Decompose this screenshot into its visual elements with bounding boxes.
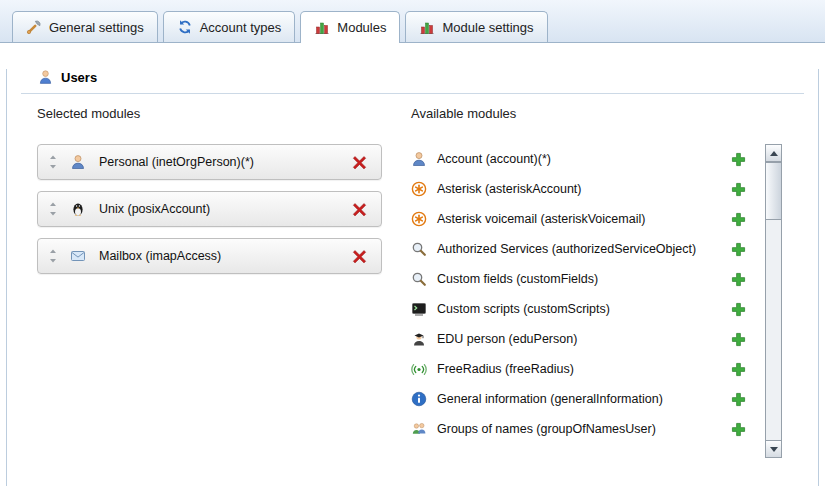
tab-module-settings[interactable]: Module settings: [405, 11, 547, 42]
add-icon: [731, 392, 746, 407]
module-label: Asterisk voicemail (asteriskVoicemail): [437, 212, 645, 226]
penguin-icon: [70, 201, 86, 217]
add-icon: [731, 362, 746, 377]
scrollbar-down-button[interactable]: [766, 440, 781, 457]
add-module-button[interactable]: [731, 392, 746, 407]
tab-bar: General settings Account types Modules M…: [0, 0, 825, 43]
tab-modules[interactable]: Modules: [300, 11, 400, 43]
tools-icon: [26, 19, 42, 35]
add-module-button[interactable]: [731, 182, 746, 197]
drag-handle-icon[interactable]: [48, 248, 58, 264]
selected-module-row[interactable]: Unix (posixAccount): [37, 191, 382, 227]
section-title: Users: [61, 70, 97, 85]
antenna-icon: [411, 361, 427, 377]
remove-module-button[interactable]: [352, 202, 371, 217]
add-icon: [731, 182, 746, 197]
content-panel: Users Selected modules Personal (inetOrg…: [6, 69, 819, 486]
magnifier-icon: [411, 241, 427, 257]
add-module-button[interactable]: [731, 242, 746, 257]
module-label: FreeRadius (freeRadius): [437, 362, 574, 376]
tab-label: Account types: [200, 20, 282, 35]
module-label: Authorized Services (authorizedServiceOb…: [437, 242, 696, 256]
add-module-button[interactable]: [731, 422, 746, 437]
available-module-row: FreeRadius (freeRadius): [411, 354, 746, 384]
delete-icon: [352, 249, 367, 264]
scrollbar[interactable]: [765, 144, 782, 458]
scrollbar-thumb[interactable]: [766, 162, 781, 220]
tab-label: General settings: [49, 20, 144, 35]
add-module-button[interactable]: [731, 152, 746, 167]
available-module-row: Groups of names (groupOfNamesUser): [411, 414, 746, 444]
module-label: Custom scripts (customScripts): [437, 302, 610, 316]
graduate-icon: [411, 331, 427, 347]
magnifier-icon: [411, 271, 427, 287]
section-heading: Users: [37, 69, 818, 85]
scrollbar-up-button[interactable]: [766, 145, 781, 162]
remove-module-button[interactable]: [352, 155, 371, 170]
module-label: Account (account)(*): [437, 152, 551, 166]
down-arrow-icon: [770, 447, 778, 452]
module-label: EDU person (eduPerson): [437, 332, 577, 346]
available-module-row: Account (account)(*): [411, 144, 746, 174]
selected-module-row[interactable]: Personal (inetOrgPerson)(*): [37, 144, 382, 180]
users-icon: [37, 69, 53, 85]
available-module-row: Custom fields (customFields): [411, 264, 746, 294]
selected-module-row[interactable]: Mailbox (imapAccess): [37, 238, 382, 274]
available-modules-column: Available modules Account (account)(*)As…: [411, 106, 782, 444]
add-icon: [731, 242, 746, 257]
add-icon: [731, 332, 746, 347]
add-module-button[interactable]: [731, 332, 746, 347]
available-modules-heading: Available modules: [411, 106, 782, 121]
up-arrow-icon: [770, 151, 778, 156]
add-module-button[interactable]: [731, 362, 746, 377]
add-icon: [731, 212, 746, 227]
person-icon: [70, 154, 86, 170]
module-label: Personal (inetOrgPerson)(*): [99, 155, 254, 169]
delete-icon: [352, 202, 367, 217]
tab-label: Module settings: [442, 20, 533, 35]
add-module-button[interactable]: [731, 212, 746, 227]
add-icon: [731, 422, 746, 437]
asterisk-icon: [411, 211, 427, 227]
mail-icon: [70, 248, 86, 264]
selected-modules-heading: Selected modules: [37, 106, 382, 121]
available-module-row: General information (generalInformation): [411, 384, 746, 414]
selected-modules-column: Selected modules Personal (inetOrgPerson…: [37, 106, 382, 444]
asterisk-icon: [411, 181, 427, 197]
add-module-button[interactable]: [731, 302, 746, 317]
available-module-row: Authorized Services (authorizedServiceOb…: [411, 234, 746, 264]
info-icon: [411, 391, 427, 407]
sync-icon: [177, 19, 193, 35]
module-label: Unix (posixAccount): [99, 202, 210, 216]
available-module-row: EDU person (eduPerson): [411, 324, 746, 354]
person-icon: [411, 151, 427, 167]
module-label: Asterisk (asteriskAccount): [437, 182, 581, 196]
drag-handle-icon[interactable]: [48, 201, 58, 217]
available-module-row: Asterisk (asteriskAccount): [411, 174, 746, 204]
tab-label: Modules: [337, 20, 386, 35]
drag-handle-icon[interactable]: [48, 154, 58, 170]
chart-icon: [314, 19, 330, 35]
available-module-row: Custom scripts (customScripts): [411, 294, 746, 324]
divider: [21, 93, 804, 94]
module-label: Groups of names (groupOfNamesUser): [437, 422, 656, 436]
modules-columns: Selected modules Personal (inetOrgPerson…: [37, 106, 782, 444]
terminal-icon: [411, 301, 427, 317]
group-icon: [411, 421, 427, 437]
selected-modules-list: Personal (inetOrgPerson)(*)Unix (posixAc…: [37, 144, 382, 274]
module-label: General information (generalInformation): [437, 392, 663, 406]
add-icon: [731, 302, 746, 317]
delete-icon: [352, 155, 367, 170]
remove-module-button[interactable]: [352, 249, 371, 264]
module-label: Mailbox (imapAccess): [99, 249, 221, 263]
add-module-button[interactable]: [731, 272, 746, 287]
available-modules-list: Account (account)(*)Asterisk (asteriskAc…: [411, 144, 782, 444]
chart-icon: [419, 19, 435, 35]
available-module-row: Asterisk voicemail (asteriskVoicemail): [411, 204, 746, 234]
add-icon: [731, 152, 746, 167]
tab-general-settings[interactable]: General settings: [12, 11, 158, 42]
add-icon: [731, 272, 746, 287]
tab-account-types[interactable]: Account types: [163, 11, 296, 42]
module-label: Custom fields (customFields): [437, 272, 598, 286]
